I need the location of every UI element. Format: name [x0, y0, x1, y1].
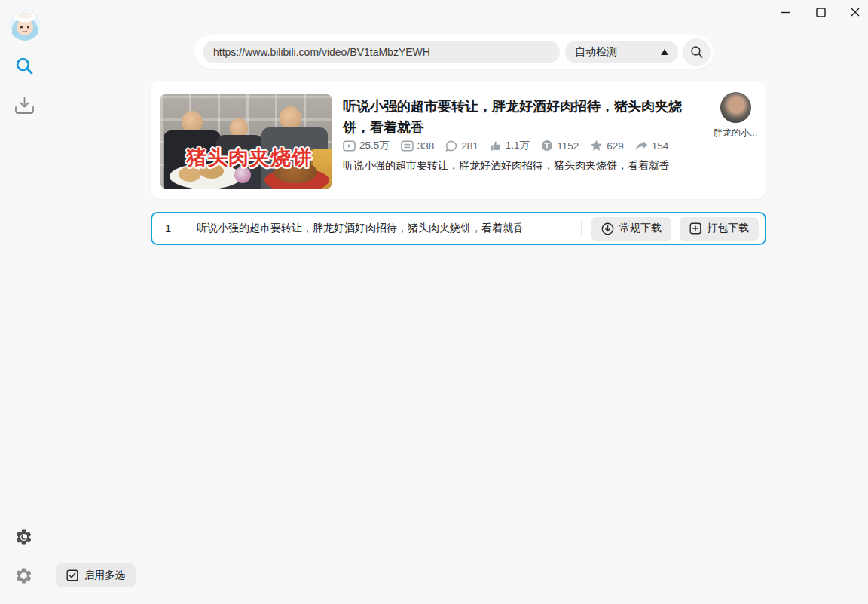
- cloud-download-icon: [601, 222, 614, 235]
- app-window: 自动检测 猪头肉夹烧饼 听说小强的超市要转让，胖龙好酒好肉招待，猪头肉夹烧饼，看…: [0, 0, 868, 604]
- uploader-name: 胖龙的小...: [712, 127, 759, 140]
- download-nav-icon[interactable]: [13, 94, 35, 115]
- checkbox-icon: [66, 569, 78, 581]
- stat-danmaku: 338: [401, 140, 435, 152]
- search-bar: 自动检测: [194, 35, 714, 69]
- stat-comment: 281: [445, 140, 478, 152]
- stat-share: 154: [635, 140, 669, 152]
- row-title: 听说小强的超市要转让，胖龙好酒好肉招待，猪头肉夹烧饼，看着就香: [197, 222, 573, 235]
- package-add-icon: [689, 222, 701, 235]
- url-input[interactable]: [203, 41, 560, 63]
- minimize-icon[interactable]: [779, 5, 793, 20]
- regular-download-label: 常规下载: [619, 222, 662, 235]
- video-thumbnail[interactable]: 猪头肉夹烧饼: [160, 94, 332, 189]
- settings-gear-icon[interactable]: [14, 566, 33, 585]
- regular-download-button[interactable]: 常规下载: [591, 217, 671, 241]
- download-list-row[interactable]: 1 听说小强的超市要转让，胖龙好酒好肉招待，猪头肉夹烧饼，看着就香 常规下载 打…: [151, 212, 766, 245]
- row-divider: [581, 221, 582, 236]
- close-icon[interactable]: [848, 5, 862, 20]
- uploader-avatar[interactable]: [720, 92, 751, 123]
- mode-select-label: 自动检测: [575, 45, 617, 59]
- enable-multiselect-button[interactable]: 启用多选: [56, 563, 136, 587]
- package-download-button[interactable]: 打包下载: [680, 217, 759, 241]
- stat-play: 25.5万: [343, 139, 390, 152]
- video-title[interactable]: 听说小强的超市要转让，胖龙好酒好肉招待，猪头肉夹烧饼，看着就香: [343, 96, 695, 138]
- row-divider: [182, 221, 182, 236]
- enable-multiselect-label: 启用多选: [84, 569, 125, 582]
- search-nav-icon[interactable]: [14, 55, 35, 76]
- row-index: 1: [165, 222, 182, 235]
- share-icon: [635, 140, 648, 152]
- coin-icon: [541, 140, 553, 152]
- search-submit-button[interactable]: [683, 38, 711, 66]
- danmaku-icon: [401, 140, 414, 152]
- theme-toggle-icon[interactable]: [14, 527, 33, 547]
- star-icon: [590, 140, 603, 152]
- stat-like: 1.1万: [490, 139, 530, 152]
- thumbs-up-icon: [490, 140, 502, 152]
- window-controls: [779, 5, 862, 20]
- video-card: 猪头肉夹烧饼 听说小强的超市要转让，胖龙好酒好肉招待，猪头肉夹烧饼，看着就香 2…: [151, 81, 766, 199]
- thumbnail-person-right: [280, 106, 301, 130]
- mode-select-dropdown[interactable]: 自动检测: [565, 41, 678, 63]
- stat-favorite: 629: [590, 140, 624, 152]
- video-description: 听说小强的超市要转让，胖龙好酒好肉招待，猪头肉夹烧饼，看着就香: [343, 159, 697, 173]
- chevron-up-icon: [661, 49, 668, 55]
- stat-coin: 1152: [541, 140, 579, 152]
- play-icon: [343, 140, 356, 152]
- app-logo-avatar[interactable]: [9, 9, 41, 41]
- package-download-label: 打包下载: [707, 222, 749, 235]
- thumbnail-caption: 猪头肉夹烧饼: [186, 144, 313, 171]
- video-stats-row: 25.5万 338 281 1.1万 1152 629: [343, 139, 668, 152]
- comment-icon: [445, 140, 457, 152]
- maximize-icon[interactable]: [814, 5, 827, 20]
- uploader[interactable]: 胖龙的小...: [712, 92, 759, 140]
